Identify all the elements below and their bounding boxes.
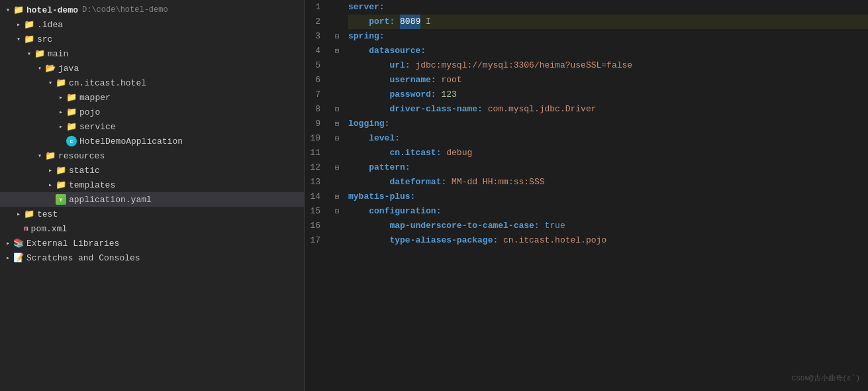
code-line-3: spring: [348, 29, 868, 44]
tree-item-templates[interactable]: 📁 templates [0, 178, 304, 192]
code-line-15: configuration: [348, 204, 868, 219]
tree-item-test[interactable]: 📁 test [0, 207, 304, 221]
static-label: static [69, 166, 100, 176]
pojo-label: pojo [79, 107, 100, 117]
tree-item-pom[interactable]: m pom.xml [0, 221, 304, 236]
chevron-static [45, 165, 56, 176]
folder-icon-templates: 📁 [56, 180, 66, 190]
tree-item-cnpackage[interactable]: 📁 cn.itcast.hotel [0, 76, 304, 90]
indent-10 [348, 131, 369, 146]
indent-8 [348, 102, 389, 117]
code-line-4: datasource: [348, 44, 868, 58]
line-num-1: 1 [305, 0, 326, 15]
value-password: 123 [441, 87, 456, 102]
fold-16 [331, 219, 343, 233]
line-num-15: 15 [305, 204, 326, 219]
fold-8: ⊟ [331, 102, 343, 117]
chevron-idea [13, 19, 24, 30]
indent-6 [348, 73, 389, 87]
folder-icon-pojo: 📁 [66, 107, 77, 117]
value-driver: com.mysql.jdbc.Driver [488, 102, 597, 117]
templates-label: templates [69, 180, 115, 190]
tree-item-scratches[interactable]: 📝 Scratches and Consoles [0, 251, 304, 265]
line-num-13: 13 [305, 175, 326, 190]
fold-2 [331, 15, 343, 29]
folder-icon-resources: 📁 [45, 150, 56, 161]
fold-10: ⊟ [331, 131, 343, 146]
folder-icon-static: 📁 [56, 165, 66, 176]
folder-icon-extlibs: 📚 [13, 238, 24, 249]
key-password: password: [389, 87, 436, 102]
code-line-14: mybatis-plus: [348, 190, 868, 204]
pom-label: pom.xml [31, 224, 68, 234]
scratches-label: Scratches and Consoles [26, 253, 140, 263]
folder-icon-root: 📁 [13, 5, 24, 15]
resources-label: resources [58, 151, 105, 161]
space-7 [436, 87, 442, 102]
yaml-label: application.yaml [69, 195, 152, 205]
tree-item-extlibs[interactable]: 📚 External Libraries [0, 236, 304, 251]
space-11 [441, 146, 446, 160]
code-editor[interactable]: 1 2 3 4 5 6 7 8 9 10 11 12 13 14 15 16 1… [305, 0, 868, 391]
tree-item-main[interactable]: 📁 main [0, 46, 304, 61]
indent-15 [348, 204, 369, 219]
tree-item-hoteldemo[interactable]: C HotelDemoApplication [0, 134, 304, 148]
folder-icon-mapper: 📁 [66, 92, 77, 103]
space-16 [540, 219, 545, 233]
space-6 [436, 73, 442, 87]
key-configuration: configuration: [369, 204, 441, 219]
space-5 [410, 58, 416, 73]
tree-item-root[interactable]: 📁 hotel-demo D:\code\hotel-demo [0, 3, 304, 17]
fold-13 [331, 175, 343, 190]
value-username: root [441, 73, 461, 87]
code-line-9: logging: [348, 117, 868, 131]
tree-item-application-yaml[interactable]: Y application.yaml [0, 192, 304, 207]
code-line-10: level: [348, 131, 868, 146]
code-line-8: driver-class-name: com.mysql.jdbc.Driver [348, 102, 868, 117]
line-num-9: 9 [305, 117, 326, 131]
line-numbers: 1 2 3 4 5 6 7 8 9 10 11 12 13 14 15 16 1… [305, 0, 331, 391]
cursor-after-port: I [420, 15, 431, 29]
key-mapunderscore: map-underscore-to-camel-case: [389, 219, 539, 233]
line-num-5: 5 [305, 58, 326, 73]
chevron-pojo [56, 107, 66, 117]
folder-icon-java: 📂 [45, 63, 56, 74]
cnpackage-label: cn.itcast.hotel [69, 78, 146, 88]
fold-9: ⊟ [331, 117, 343, 131]
key-mybatisplus: mybatis-plus: [348, 190, 415, 204]
folder-icon-scratches: 📝 [13, 252, 24, 263]
code-line-12: pattern: [348, 160, 868, 175]
chevron-resources [34, 150, 45, 161]
tree-item-java[interactable]: 📂 java [0, 61, 304, 76]
fold-11 [331, 146, 343, 160]
tree-item-idea[interactable]: 📁 .idea [0, 17, 304, 32]
file-tree[interactable]: 📁 hotel-demo D:\code\hotel-demo 📁 .idea … [0, 0, 305, 391]
chevron-templates [45, 180, 56, 190]
folder-icon-idea: 📁 [24, 19, 34, 30]
tree-item-service[interactable]: 📁 service [0, 119, 304, 134]
indent-5 [348, 58, 389, 73]
value-port[interactable]: 8089 [400, 15, 420, 29]
folder-icon-service: 📁 [66, 121, 77, 132]
fold-4: ⊟ [331, 44, 343, 58]
chevron-mapper [56, 92, 66, 103]
tree-item-src[interactable]: 📁 src [0, 32, 304, 46]
space-13 [446, 175, 452, 190]
line-num-3: 3 [305, 29, 326, 44]
value-debug: debug [446, 146, 472, 160]
tree-item-mapper[interactable]: 📁 mapper [0, 90, 304, 105]
key-logging: logging: [348, 117, 389, 131]
tree-item-pojo[interactable]: 📁 pojo [0, 105, 304, 119]
folder-icon-src: 📁 [24, 34, 34, 44]
key-datasource: datasource: [369, 44, 426, 58]
fold-6 [331, 73, 343, 87]
root-label: hotel-demo [26, 5, 78, 15]
editor-content: 1 2 3 4 5 6 7 8 9 10 11 12 13 14 15 16 1… [305, 0, 868, 391]
tree-item-resources[interactable]: 📁 resources [0, 148, 304, 163]
chevron-scratches [3, 252, 13, 263]
tree-item-static[interactable]: 📁 static [0, 163, 304, 178]
indent-11 [348, 146, 389, 160]
fold-17 [331, 233, 343, 248]
fold-14: ⊟ [331, 190, 343, 204]
root-path: D:\code\hotel-demo [82, 5, 168, 15]
